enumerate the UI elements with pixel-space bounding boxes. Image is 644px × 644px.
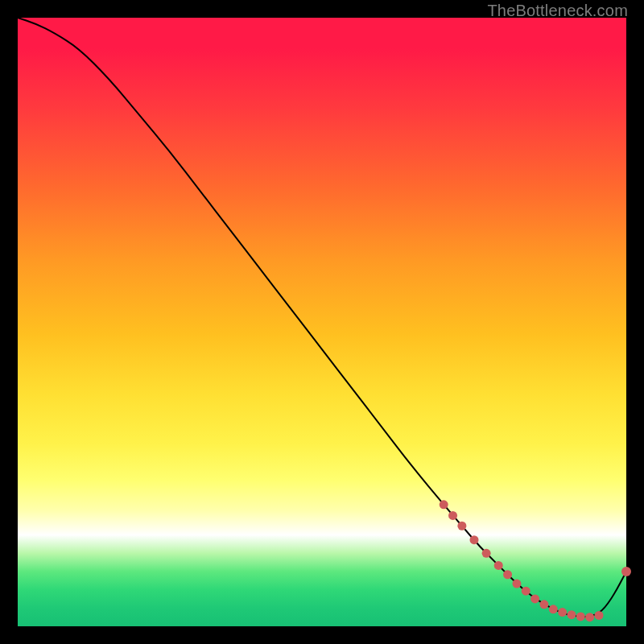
marker-point	[512, 580, 521, 588]
marker-point	[448, 511, 457, 520]
marker-point	[440, 500, 448, 509]
marker-point	[558, 608, 567, 617]
marker-group	[440, 500, 631, 621]
marker-point	[530, 594, 539, 603]
marker-point	[470, 535, 479, 544]
marker-point	[503, 570, 512, 579]
marker-point	[494, 561, 503, 570]
marker-point	[549, 605, 558, 613]
marker-point	[482, 549, 491, 558]
marker-point	[567, 610, 576, 619]
marker-layer	[18, 18, 626, 626]
marker-point	[539, 600, 548, 609]
marker-point	[621, 567, 631, 576]
attribution-label: TheBottleneck.com	[487, 2, 628, 20]
plot-area	[18, 18, 626, 626]
marker-point	[585, 613, 594, 621]
marker-point	[594, 611, 603, 620]
marker-point	[576, 612, 585, 621]
chart-stage: TheBottleneck.com	[0, 0, 644, 644]
marker-point	[457, 522, 466, 530]
marker-point	[522, 587, 530, 596]
